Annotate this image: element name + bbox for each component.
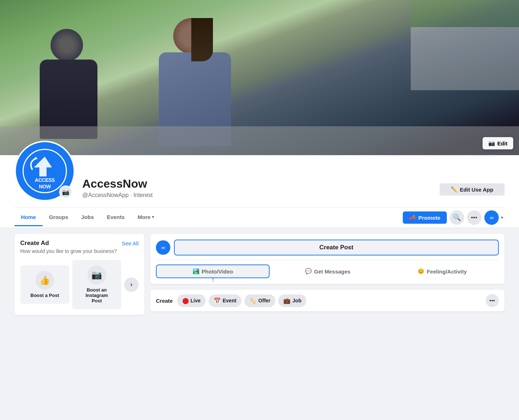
promote-label: Promote bbox=[418, 215, 440, 221]
create-ad-card: Create Ad See All How would you like to … bbox=[14, 234, 144, 315]
offer-label: Offer bbox=[258, 298, 270, 303]
smiley-icon: 😊 bbox=[418, 268, 424, 275]
svg-text:ACCESS: ACCESS bbox=[35, 177, 55, 183]
promote-button[interactable]: 📣 Promote bbox=[403, 211, 447, 224]
event-button[interactable]: 📅 Event bbox=[209, 294, 241, 307]
page-avatar-small-svg: AN bbox=[485, 211, 498, 224]
camera-icon: 📷 bbox=[488, 140, 495, 146]
profile-section: ACCESS NOW 📷 AccessNow @AccessNowApp · I… bbox=[0, 155, 519, 228]
more-dots-icon: ••• bbox=[489, 298, 495, 303]
ad-options-row: 👍 Boost a Post 📷 Boost anInstagramPost › bbox=[20, 260, 139, 309]
job-icon: 💼 bbox=[283, 297, 291, 304]
main-content: Create Ad See All How would you like to … bbox=[0, 228, 519, 321]
feeling-activity-button[interactable]: 😊 Feeling/Activity bbox=[386, 265, 499, 278]
feeling-activity-label: Feeling/Activity bbox=[427, 268, 467, 275]
edit-app-label: Edit Use App bbox=[460, 187, 493, 193]
page-name: AccessNow bbox=[82, 177, 432, 191]
create-post-top: AN Create Post bbox=[156, 240, 499, 255]
create-post-input-button[interactable]: Create Post bbox=[174, 240, 499, 255]
tab-more[interactable]: More ▾ bbox=[131, 209, 161, 226]
arrow-right-icon: › bbox=[130, 281, 132, 288]
see-all-link[interactable]: See All bbox=[122, 240, 139, 246]
avatar-camera-button[interactable]: 📷 bbox=[59, 185, 72, 198]
tab-groups[interactable]: Groups bbox=[43, 209, 75, 226]
create-ad-title: Create Ad bbox=[20, 240, 49, 247]
right-panel: AN Create Post 🏞️ Photo/Video ↑ � bbox=[150, 234, 505, 315]
photo-video-button[interactable]: 🏞️ Photo/Video ↑ bbox=[156, 264, 270, 278]
create-ad-header: Create Ad See All bbox=[20, 240, 139, 247]
boost-instagram-icon: 📷 bbox=[87, 266, 106, 284]
page-avatar-small[interactable]: AN bbox=[484, 210, 499, 225]
tab-events[interactable]: Events bbox=[100, 209, 131, 226]
more-label: More bbox=[138, 214, 151, 220]
create-label: Create bbox=[156, 298, 173, 304]
create-post-button-label: Create Post bbox=[319, 244, 353, 251]
bottom-actions-card: Create ⬤ Live 📅 Event 🏷️ Offer 💼 Job ••• bbox=[150, 290, 505, 311]
bottom-more-button[interactable]: ••• bbox=[486, 294, 499, 307]
ad-options-next-button[interactable]: › bbox=[124, 277, 139, 292]
search-button[interactable]: 🔍 bbox=[450, 210, 464, 225]
dots-icon: ••• bbox=[471, 215, 477, 220]
job-button[interactable]: 💼 Job bbox=[278, 294, 306, 307]
post-options-row: 🏞️ Photo/Video ↑ 💬 Get Messages 😊 Feelin… bbox=[156, 260, 499, 278]
boost-post-option[interactable]: 👍 Boost a Post bbox=[20, 265, 69, 304]
profile-actions: ✏️ Edit Use App bbox=[440, 183, 505, 201]
left-panel: Create Ad See All How would you like to … bbox=[14, 234, 144, 315]
more-options-button[interactable]: ••• bbox=[467, 210, 481, 225]
create-ad-subtitle: How would you like to grow your business… bbox=[20, 248, 139, 254]
tab-jobs[interactable]: Jobs bbox=[75, 209, 100, 226]
page-switcher[interactable]: AN ▾ bbox=[484, 210, 505, 225]
messenger-icon: 💬 bbox=[305, 268, 312, 275]
megaphone-icon: 📣 bbox=[409, 214, 416, 221]
edit-use-app-button[interactable]: ✏️ Edit Use App bbox=[440, 183, 505, 196]
page-dropdown-arrow[interactable]: ▾ bbox=[500, 215, 505, 220]
event-label: Event bbox=[223, 298, 236, 303]
offer-button[interactable]: 🏷️ Offer bbox=[244, 294, 275, 307]
cover-photo: 📷 Edit bbox=[0, 0, 519, 155]
search-icon: 🔍 bbox=[453, 214, 461, 222]
chevron-down-icon: ▾ bbox=[152, 215, 154, 219]
profile-text-area: AccessNow @AccessNowApp · Interest bbox=[82, 177, 432, 201]
svg-text:NOW: NOW bbox=[39, 184, 51, 189]
edit-cover-button[interactable]: 📷 Edit bbox=[483, 137, 513, 149]
nav-right-actions: 📣 Promote 🔍 ••• AN ▾ bbox=[403, 207, 505, 228]
avatar-camera-icon: 📷 bbox=[62, 189, 69, 196]
create-post-card: AN Create Post 🏞️ Photo/Video ↑ � bbox=[150, 234, 505, 284]
post-avatar-svg: AN bbox=[157, 241, 170, 254]
live-icon: ⬤ bbox=[182, 297, 189, 304]
job-label: Job bbox=[292, 298, 301, 303]
photo-video-label: Photo/Video bbox=[202, 268, 233, 275]
avatar-wrapper: ACCESS NOW 📷 bbox=[14, 141, 75, 201]
boost-post-label: Boost a Post bbox=[25, 293, 65, 298]
svg-text:AN: AN bbox=[161, 246, 165, 250]
boost-instagram-option[interactable]: 📷 Boost anInstagramPost bbox=[72, 260, 121, 309]
tab-home[interactable]: Home bbox=[14, 209, 43, 226]
create-post-avatar: AN bbox=[156, 240, 170, 255]
calendar-icon: 📅 bbox=[214, 297, 221, 304]
get-messages-label: Get Messages bbox=[314, 268, 350, 275]
cursor-indicator: ↑ bbox=[211, 276, 215, 284]
edit-cover-label: Edit bbox=[497, 140, 507, 146]
get-messages-button[interactable]: 💬 Get Messages bbox=[271, 265, 384, 278]
photo-video-icon: 🏞️ bbox=[193, 268, 200, 275]
boost-post-icon: 👍 bbox=[35, 271, 54, 290]
offer-icon: 🏷️ bbox=[249, 297, 257, 304]
boost-instagram-label: Boost anInstagramPost bbox=[77, 287, 117, 303]
live-label: Live bbox=[191, 298, 201, 303]
page-handle-category: @AccessNowApp · Interest bbox=[82, 192, 432, 198]
live-button[interactable]: ⬤ Live bbox=[177, 294, 206, 307]
edit-icon: ✏️ bbox=[451, 186, 458, 193]
svg-text:AN: AN bbox=[489, 216, 494, 220]
nav-tabs-bar: Home Groups Jobs Events More ▾ 📣 Promote… bbox=[14, 207, 505, 228]
